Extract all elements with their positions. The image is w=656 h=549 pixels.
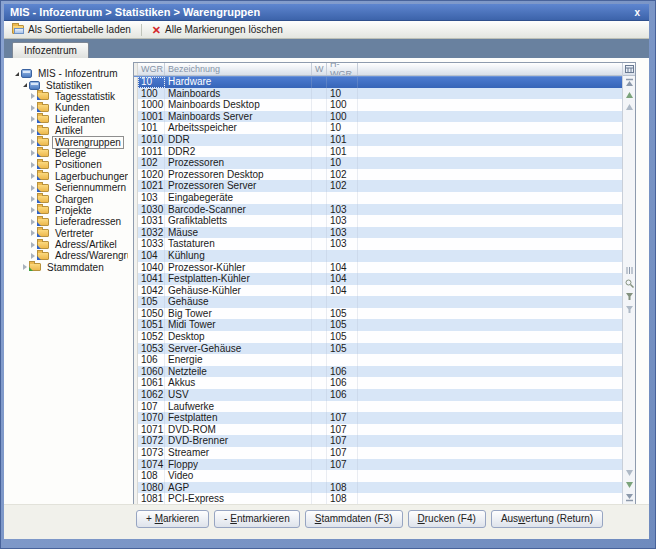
column-options-button[interactable] [623,63,635,76]
table-row[interactable]: 1032Mäuse103 [134,227,622,239]
search-icon[interactable] [625,279,634,288]
table-row[interactable]: 1062USV106 [134,389,622,401]
table-row[interactable]: 101Arbeitsspeicher10 [134,122,622,134]
expand-arrow-icon[interactable] [28,150,37,156]
expand-arrow-icon[interactable] [28,128,37,134]
cell-filler [358,250,622,262]
table-row[interactable]: 1073Streamer107 [134,447,622,459]
button-auswertung-return[interactable]: Auswertung (Return) [491,510,603,528]
collapse-arrow-icon[interactable] [20,83,29,87]
table-row[interactable]: 100Mainboards10 [134,88,622,100]
cell-w [312,77,327,88]
cell-wgr: 105 [138,296,165,308]
expand-arrow-icon[interactable] [28,139,37,145]
table-row[interactable]: 1051Midi Tower105 [134,319,622,331]
table-row[interactable]: 1071DVD-ROM107 [134,424,622,436]
table-row[interactable]: 1080AGP108 [134,482,622,494]
table-row[interactable]: 1021Prozessoren Server102 [134,180,622,192]
button-markieren[interactable]: + Markieren [136,510,209,528]
scroll-up-icon[interactable] [625,91,634,99]
cell-wgr: 1052 [138,331,165,343]
button-entmarkieren[interactable]: - Entmarkieren [214,510,300,528]
clear-all-marks-button[interactable]: ✕ Alle Markierungen löschen [148,23,287,36]
button-drucken-f4[interactable]: Drucken (F4) [408,510,486,528]
table-row[interactable]: 1011DDR2101 [134,146,622,158]
cell-h-wgr: 101 [327,146,358,158]
expand-arrow-icon[interactable] [28,173,37,179]
cell-h-wgr: 107 [327,459,358,471]
close-icon[interactable]: x [631,7,643,18]
cell-w [312,424,327,436]
cell-w [312,308,327,320]
collapse-arrow-icon[interactable] [12,72,21,76]
title-bar: MIS - Infozentrum > Statistiken > Wareng… [4,4,649,21]
table-row[interactable]: 1050Big Tower105 [134,308,622,320]
cell-filler [358,77,622,88]
cell-bezeichnung: Midi Tower [165,319,312,331]
cell-bezeichnung: Arbeitsspeicher [165,122,312,134]
expand-arrow-icon[interactable] [28,219,37,225]
expand-arrow-icon[interactable] [28,196,37,202]
table-row[interactable]: 1061Akkus106 [134,377,622,389]
table-row[interactable]: 1020Prozessoren Desktop102 [134,169,622,181]
expand-arrow-icon[interactable] [28,207,37,213]
table-row[interactable]: 1040Prozessor-Kühler104 [134,262,622,274]
table-row[interactable]: 103Eingabegeräte [134,192,622,204]
scroll-to-bottom-icon[interactable] [625,493,634,502]
expand-arrow-icon[interactable] [28,93,37,99]
expand-arrow-icon[interactable] [28,230,37,236]
expand-arrow-icon[interactable] [28,185,37,191]
table-row[interactable]: 1001Mainboards Server100 [134,111,622,123]
filter-edit-icon[interactable] [625,305,634,314]
cell-h-wgr: 106 [327,389,358,401]
table-row[interactable]: 1053Server-Gehäuse105 [134,343,622,355]
table-row[interactable]: 1074Floppy107 [134,459,622,471]
table-row[interactable]: 1000Mainboards Desktop100 [134,99,622,111]
table-row[interactable]: 1042Gehäuse-Kühler104 [134,285,622,297]
expand-arrow-icon[interactable] [28,253,37,259]
button-stammdaten-f3[interactable]: Stammdaten (F3) [305,510,403,528]
tree-item-label: Stammdaten [44,261,107,274]
table-row[interactable]: 1052Desktop105 [134,331,622,343]
scroll-down-icon[interactable] [625,481,634,489]
column-header-bezeichnung[interactable]: Bezeichnung [165,63,312,75]
table-row[interactable]: 108Video [134,470,622,482]
scroll-to-top-icon[interactable] [625,78,634,87]
expand-arrow-icon[interactable] [28,116,37,122]
cell-bezeichnung: Streamer [165,447,312,459]
cell-h-wgr: 100 [327,99,358,111]
expand-arrow-icon[interactable] [20,264,29,270]
table-row[interactable]: 104Kühlung [134,250,622,262]
table-row[interactable]: 1033Tastaturen103 [134,238,622,250]
table-row[interactable]: 107Laufwerke [134,401,622,413]
position-indicator-icon[interactable] [625,266,634,275]
table-row[interactable]: 1041Festplatten-Kühler104 [134,273,622,285]
cell-wgr: 1001 [138,111,165,123]
table-row[interactable]: 106Energie [134,354,622,366]
table-row[interactable]: 1010DDR101 [134,134,622,146]
page-down-icon[interactable] [625,469,634,477]
expand-arrow-icon[interactable] [28,105,37,111]
load-as-sort-table-label: Als Sortiertabelle laden [28,24,131,35]
filter-icon[interactable] [625,292,634,301]
table-row[interactable]: 105Gehäuse [134,296,622,308]
column-header-wgr[interactable]: WGR▼ [138,63,165,75]
table-row[interactable]: 1031Grafiktabletts103 [134,215,622,227]
table-row[interactable]: 1072DVD-Brenner107 [134,435,622,447]
tab-infozentrum[interactable]: Infozentrum [12,42,89,58]
table-row[interactable]: 102Prozessoren10 [134,157,622,169]
column-header-w[interactable]: W [312,63,327,75]
cell-wgr: 103 [138,192,165,204]
expand-arrow-icon[interactable] [28,162,37,168]
load-as-sort-table-button[interactable]: Als Sortiertabelle laden [8,23,135,36]
tree-item-stammdaten[interactable]: Stammdaten [6,262,128,273]
table-row[interactable]: 10Hardware [134,76,622,88]
expand-arrow-icon[interactable] [28,242,37,248]
cell-wgr: 1011 [138,146,165,158]
column-header-h-wgr[interactable]: H-WGR [327,63,358,75]
table-row[interactable]: 1060Netzteile106 [134,366,622,378]
page-up-icon[interactable] [625,103,634,111]
table-row[interactable]: 1070Festplatten107 [134,412,622,424]
table-row[interactable]: 1030Barcode-Scanner103 [134,204,622,216]
cell-w [312,401,327,413]
